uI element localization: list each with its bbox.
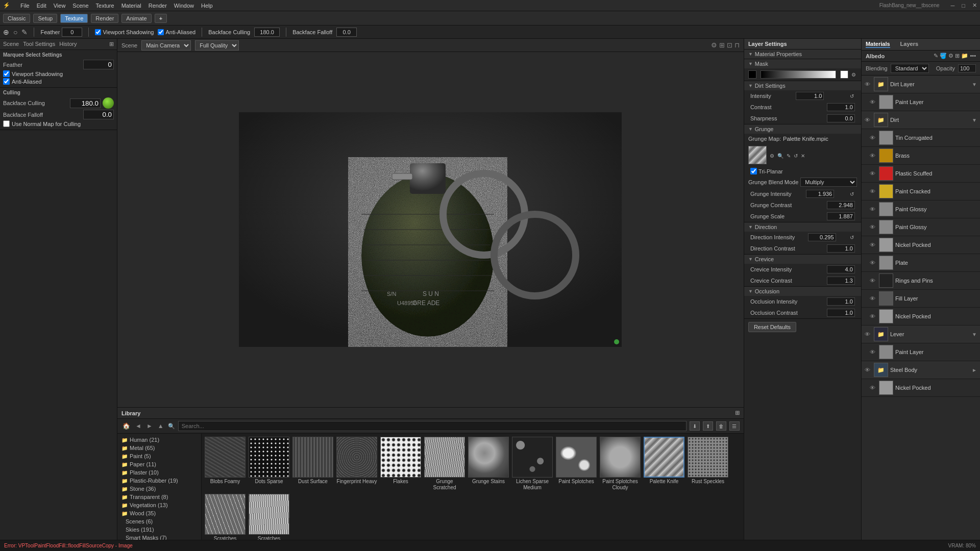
occlusion-title[interactable]: Occlusion (744, 287, 861, 296)
albedo-fill-icon[interactable]: 🪣 (940, 53, 947, 59)
lib-folder-plastic[interactable]: Plastic-Rubber (19) (117, 477, 201, 485)
albedo-more-icon[interactable]: ••• (970, 53, 976, 59)
lib-card-lichen-sparse[interactable]: Lichen Sparse Medium (512, 437, 553, 491)
crevice-contrast-input[interactable] (827, 277, 855, 285)
mode-render[interactable]: Render (91, 14, 118, 23)
library-download-btn[interactable]: ⬇ (690, 421, 700, 431)
layer-dirt-layer-group[interactable]: 👁 📁 Dirt Layer ▼ (862, 76, 980, 93)
lib-folder-human[interactable]: Human (21) (117, 436, 201, 444)
paint-layer-1-eye[interactable]: 👁 (870, 99, 877, 105)
lever-expand[interactable]: ▼ (972, 332, 977, 337)
backface-culling-input[interactable] (254, 28, 280, 37)
lib-card-rust-speckles[interactable]: Rust Speckles (688, 437, 728, 491)
menu-scene[interactable]: Scene (72, 3, 88, 9)
grunge-title[interactable]: Grunge (744, 124, 861, 134)
lib-card-scratches-medium[interactable]: Scratches Medium (205, 494, 246, 540)
layer-paint-glossy-2[interactable]: 👁 Paint Glossy (862, 218, 980, 236)
layer-plastic-scuffed[interactable]: 👁 Plastic Scuffed (862, 165, 980, 183)
library-share-btn[interactable]: ⬆ (703, 421, 713, 431)
lever-eye[interactable]: 👁 (865, 331, 872, 337)
grunge-edit-btn[interactable]: ✎ (786, 153, 792, 159)
quality-select[interactable]: Full Quality (195, 40, 239, 51)
viewport-shadowing-cb[interactable] (3, 70, 10, 77)
tool-select-icon[interactable]: ⊕ (3, 28, 9, 36)
steel-body-eye[interactable]: 👁 (865, 367, 872, 373)
library-search-input[interactable] (178, 421, 687, 431)
close-btn[interactable]: ✕ (972, 2, 977, 9)
paint-cracked-eye[interactable]: 👁 (870, 188, 877, 194)
layer-paint-glossy-1[interactable]: 👁 Paint Glossy (862, 201, 980, 218)
menu-edit[interactable]: Edit (37, 3, 46, 9)
tin-corrugated-eye[interactable]: 👁 (870, 135, 877, 141)
contrast-input[interactable] (827, 103, 855, 111)
lib-card-dust-surface[interactable]: Dust Surface (292, 437, 333, 491)
dir-intensity-reset[interactable]: ↺ (849, 234, 855, 241)
dirt-group-eye[interactable]: 👁 (865, 117, 872, 123)
mask-settings-btn[interactable]: ⚙ (850, 71, 857, 78)
grunge-refresh-btn[interactable]: ↺ (793, 153, 799, 159)
library-back-btn[interactable]: ◄ (134, 422, 142, 430)
mask-white-swatch[interactable] (840, 70, 848, 79)
lib-card-paint-splotches[interactable]: Paint Splotches (556, 437, 597, 491)
backface-falloff-input[interactable] (336, 28, 357, 37)
dirt-group-expand[interactable]: ▼ (972, 117, 977, 123)
grunge-scale-input[interactable] (827, 212, 855, 220)
feather-val[interactable] (83, 60, 114, 69)
anti-aliased-checkbox[interactable] (158, 29, 164, 35)
nav-tool-settings[interactable]: Tool Settings (23, 41, 55, 47)
nav-scene[interactable]: Scene (3, 41, 19, 47)
lib-folder-stone[interactable]: Stone (36) (117, 485, 201, 493)
camera-select[interactable]: Main Camera (141, 40, 191, 51)
grunge-settings-btn[interactable]: ⚙ (769, 153, 775, 159)
lib-card-fingerprint-heavy[interactable]: Fingerprint Heavy (336, 437, 377, 491)
lib-card-grunge-stains[interactable]: Grunge Stains (468, 437, 509, 491)
layer-plate[interactable]: 👁 Plate (862, 254, 980, 272)
viewport-icon-1[interactable]: ⚙ (711, 41, 717, 49)
lib-card-scratches-surface-fine[interactable]: Scratches Surface Fine (249, 494, 289, 540)
grunge-contrast-input[interactable] (827, 201, 855, 209)
anti-aliased-ctrl[interactable]: Anti-Aliased (3, 78, 42, 85)
lib-card-palette-knife[interactable]: Palette Knife (644, 437, 684, 491)
tri-planar-checkbox[interactable] (750, 168, 757, 174)
menu-window[interactable]: Window (174, 3, 194, 9)
lib-card-dots-sparse[interactable]: Dots Sparse (249, 437, 289, 491)
mat-props-title[interactable]: Material Properties (744, 49, 861, 59)
crevice-intensity-input[interactable] (827, 265, 855, 273)
paint-layer-2-eye[interactable]: 👁 (870, 349, 877, 355)
crevice-title[interactable]: Crevice (744, 255, 861, 264)
reset-defaults-btn[interactable]: Reset Defaults (748, 322, 796, 332)
grunge-blend-select[interactable]: Multiply Add Screen (800, 178, 857, 187)
anti-aliased-cb[interactable] (3, 78, 10, 85)
mode-texture[interactable]: Texture (60, 14, 88, 23)
layer-lever-group[interactable]: 👁 📁 Lever ▼ (862, 325, 980, 343)
layer-nickel-pocked-3[interactable]: 👁 Nickel Pocked (862, 379, 980, 397)
use-normal-ctrl[interactable]: Use Normal Map for Culling (3, 120, 81, 127)
backface-culling-val[interactable] (70, 98, 101, 108)
menu-material[interactable]: Material (121, 3, 141, 9)
tab-layers[interactable]: Layers (900, 41, 918, 48)
library-forward-btn[interactable]: ► (145, 422, 154, 430)
albedo-settings-icon[interactable]: ⚙ (948, 53, 953, 59)
lib-folder-transparent[interactable]: Transparent (8) (117, 493, 201, 501)
paint-glossy-2-eye[interactable]: 👁 (870, 224, 877, 230)
menu-render[interactable]: Render (149, 3, 167, 9)
mode-setup[interactable]: Setup (33, 14, 57, 23)
opacity-input[interactable] (958, 64, 976, 72)
nickel-pocked-3-eye[interactable]: 👁 (870, 385, 877, 391)
tab-materials[interactable]: Materials (866, 41, 890, 48)
plastic-scuffed-eye[interactable]: 👁 (870, 170, 877, 177)
lib-item-skies[interactable]: Skies (191) (117, 525, 201, 534)
layer-paint-layer-2[interactable]: 👁 Paint Layer (862, 343, 980, 361)
albedo-expand-icon[interactable]: ⊞ (955, 53, 960, 59)
grunge-close-btn[interactable]: ✕ (800, 153, 806, 159)
tool-circle-icon[interactable]: ○ (13, 28, 17, 36)
backface-falloff-val[interactable] (83, 110, 114, 119)
maximize-btn[interactable]: □ (962, 3, 965, 9)
grunge-search-btn[interactable]: 🔍 (776, 153, 785, 159)
mode-animate[interactable]: Animate (121, 14, 151, 23)
use-normal-cb[interactable] (3, 120, 10, 127)
occ-contrast-input[interactable] (827, 309, 855, 317)
intensity-input[interactable] (796, 92, 824, 100)
viewport-shadowing-checkbox[interactable] (95, 29, 101, 35)
dir-contrast-input[interactable] (827, 244, 855, 253)
